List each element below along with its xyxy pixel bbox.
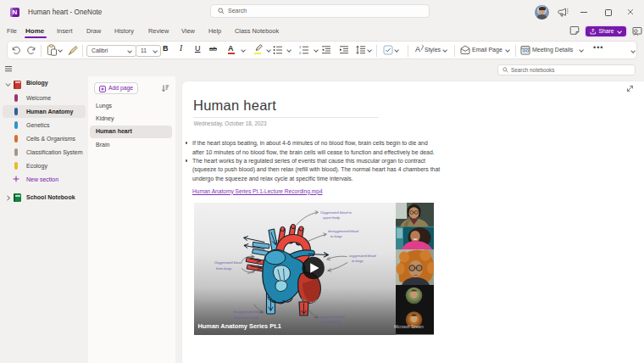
svg-text:to lungs: to lungs [330,234,342,238]
svg-text:Human Anatomy Series Pt.1: Human Anatomy Series Pt.1 [198,322,281,330]
svg-text:Microsoft Stream: Microsoft Stream [394,325,424,329]
svg-text:Oxygenated blood: Oxygenated blood [214,260,242,265]
svg-text:from lungs: from lungs [216,266,232,271]
svg-text:A: A [415,45,420,53]
svg-text:to lower body: to lower body [320,320,341,324]
svg-text:upper body: upper body [323,215,341,220]
svg-text:1: 1 [299,45,302,49]
svg-text:Oxygenated blood to: Oxygenated blood to [320,210,353,215]
svg-text:from lower body: from lower body [235,316,259,320]
svg-text:oxygenated blood: oxygenated blood [318,315,345,319]
svg-text:2: 2 [299,51,302,55]
svg-text:oxygenated blood: oxygenated blood [349,254,376,258]
svg-text:to lungs: to lungs [352,259,364,263]
svg-text:deoxygenated blood: deoxygenated blood [328,229,359,233]
